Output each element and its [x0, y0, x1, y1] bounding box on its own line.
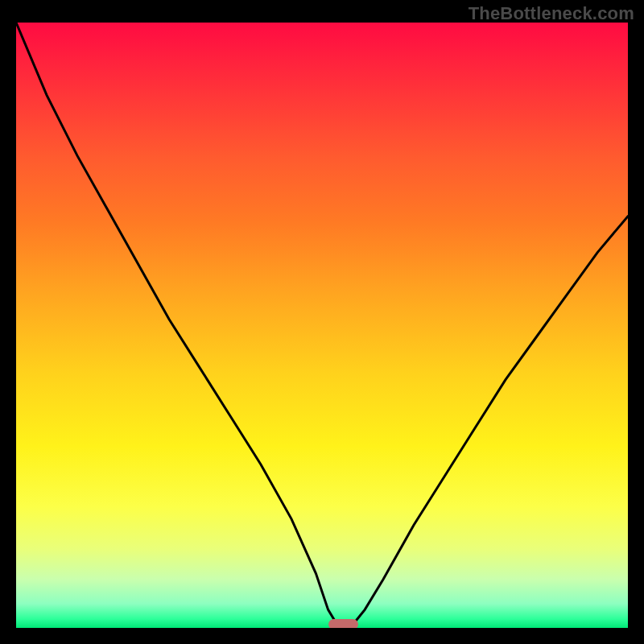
optimum-marker	[328, 619, 357, 628]
bottleneck-curve	[16, 23, 628, 628]
watermark-text: TheBottleneck.com	[469, 3, 634, 24]
chart-frame: TheBottleneck.com	[0, 0, 644, 644]
plot-area	[16, 23, 628, 628]
